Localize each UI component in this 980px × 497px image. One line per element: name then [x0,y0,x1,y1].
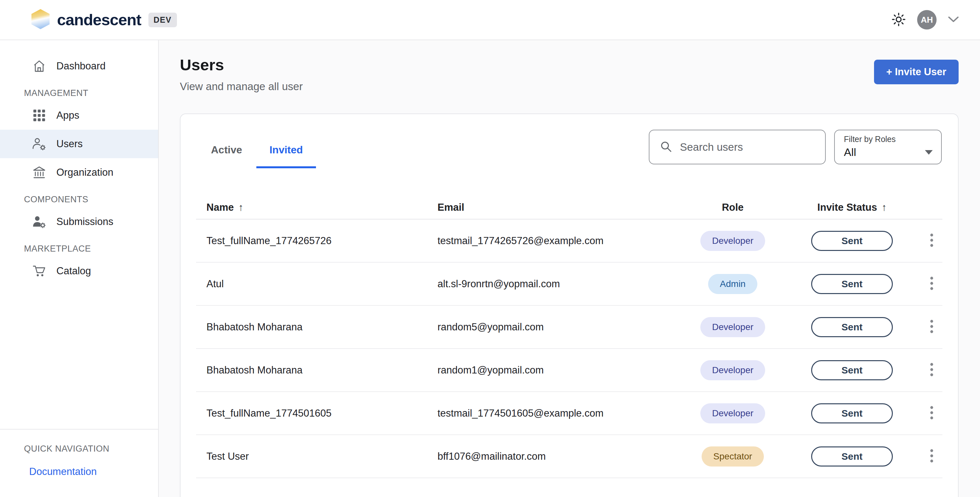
row-actions-button[interactable] [930,319,934,335]
invite-status-cell: Sent [783,360,921,380]
roles-filter-label: Filter by Roles [844,135,933,144]
sidebar-item-label: Catalog [56,265,91,277]
sort-asc-icon: ↑ [881,202,887,213]
role-badge: Developer [700,360,765,380]
role-badge: Admin [708,274,757,294]
account-menu-button[interactable] [948,16,959,24]
user-role-cell: Developer [682,360,783,380]
cart-icon [32,264,47,278]
chevron-down-icon [948,16,959,24]
roles-filter-select[interactable]: Filter by Roles All [834,130,942,164]
table-header-row: Name ↑ Email Role Invite Status ↑ [196,196,942,220]
user-name: Atul [207,278,224,290]
user-name-cell: Bhabatosh Moharana [196,365,438,376]
invite-status-pill[interactable]: Sent [811,231,893,251]
kebab-icon [930,405,934,421]
kebab-icon [930,276,934,292]
main-content: Users View and manage all user + Invite … [159,40,980,497]
role-badge: Spectator [702,446,764,467]
invite-status-cell: Sent [783,231,921,251]
avatar[interactable]: AH [917,10,937,30]
person-gear-icon [32,215,47,229]
invite-status-cell: Sent [783,403,921,424]
sidebar-item-label: Dashboard [56,60,106,72]
invite-status-pill[interactable]: Sent [811,403,893,424]
kebab-icon [930,319,934,335]
invite-status-pill[interactable]: Sent [811,274,893,294]
user-name-cell: Test User [196,451,438,462]
invite-user-button[interactable]: + Invite User [874,60,959,84]
caret-down-icon [925,150,933,155]
column-label: Role [722,202,743,213]
search-box[interactable] [649,130,826,164]
sidebar-item-organization[interactable]: Organization [0,158,158,187]
table-row: Test User bff1076@mailinator.com Spectat… [196,435,942,478]
role-badge: Developer [700,317,765,337]
user-email: random5@yopmail.com [438,321,544,333]
page-head-text: Users View and manage all user [180,56,303,93]
invite-status-cell: Sent [783,317,921,337]
column-label: Name [207,202,234,213]
sidebar-item-label: Organization [56,167,113,178]
table-body: Test_fullName_1774265726 testmail_177426… [196,220,942,478]
user-email-cell: bff1076@mailinator.com [438,451,682,462]
sidebar-bottom: QUICK NAVIGATION Documentation [0,429,158,497]
invite-status-pill[interactable]: Sent [811,317,893,337]
sidebar-item-users[interactable]: Users [0,130,158,158]
table-controls: Filter by Roles All [649,130,942,164]
tab-active[interactable]: Active [197,144,256,168]
row-menu-cell [921,448,942,464]
column-header-email[interactable]: Email [438,202,682,213]
sidebar-section-management: MANAGEMENT [0,85,158,101]
user-email-cell: random5@yopmail.com [438,321,682,333]
row-actions-button[interactable] [930,405,934,421]
user-name: Bhabatosh Moharana [207,321,302,333]
sidebar-section-components: COMPONENTS [0,191,158,207]
user-email-cell: testmail_1774265726@example.com [438,235,682,247]
sidebar-item-label: Submissions [56,216,113,228]
app-shell: Dashboard MANAGEMENT Apps [0,40,980,497]
documentation-link[interactable]: Documentation [29,466,97,478]
invite-status-pill[interactable]: Sent [811,360,893,380]
user-email: bff1076@mailinator.com [438,451,546,462]
sidebar-item-dashboard[interactable]: Dashboard [0,52,158,80]
invite-status-cell: Sent [783,274,921,294]
row-actions-button[interactable] [930,276,934,292]
invite-status-pill[interactable]: Sent [811,446,893,467]
column-header-name[interactable]: Name ↑ [196,202,438,213]
row-actions-button[interactable] [930,233,934,248]
user-role-cell: Admin [682,274,783,294]
column-header-role[interactable]: Role [682,202,783,213]
header-right: AH [891,10,959,30]
users-table: Name ↑ Email Role Invite Status ↑ [180,196,958,478]
sidebar-item-submissions[interactable]: Submissions [0,207,158,236]
search-input[interactable] [680,141,815,153]
sun-icon [891,12,906,28]
sidebar-item-apps[interactable]: Apps [0,101,158,130]
tabs: Active Invited [197,144,316,168]
invite-status-cell: Sent [783,446,921,467]
role-badge: Developer [700,403,765,424]
table-row: Bhabatosh Moharana random1@yopmail.com D… [196,349,942,392]
sidebar-item-catalog[interactable]: Catalog [0,257,158,285]
brand-logo-icon [31,9,50,31]
home-icon [32,59,47,73]
user-role-cell: Developer [682,231,783,251]
card-top: Active Invited Filter by Roles [180,114,958,168]
env-badge: DEV [148,13,177,27]
user-name: Test User [207,451,249,462]
bank-icon [32,165,47,180]
sidebar-section-quick-navigation: QUICK NAVIGATION [0,441,158,457]
row-actions-button[interactable] [930,448,934,464]
brand: candescent DEV [31,9,177,31]
user-role-cell: Developer [682,317,783,337]
column-header-invite-status[interactable]: Invite Status ↑ [783,202,921,213]
page-subtitle: View and manage all user [180,80,303,93]
table-row: Bhabatosh Moharana random5@yopmail.com D… [196,306,942,349]
row-actions-button[interactable] [930,362,934,378]
theme-toggle-button[interactable] [891,12,906,28]
roles-filter-value: All [844,146,856,159]
user-email-cell: random1@yopmail.com [438,365,682,376]
tab-invited[interactable]: Invited [256,144,316,168]
roles-filter-row: All [844,146,933,159]
